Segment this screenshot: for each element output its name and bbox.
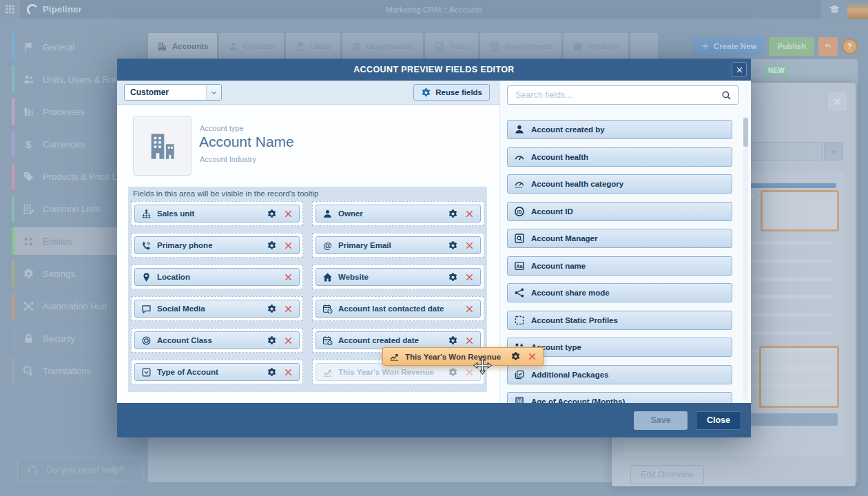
field-settings-gear-icon[interactable] xyxy=(448,335,458,346)
available-field-account-health[interactable]: Account health xyxy=(507,147,732,167)
tooltip-field-slot-type-of-account[interactable]: Type of Account xyxy=(131,360,303,384)
available-field-account-health-category[interactable]: Account health category xyxy=(507,174,732,194)
fields-scrollbar-thumb[interactable] xyxy=(743,118,748,147)
tooltip-field-slot-sales-unit[interactable]: Sales unit xyxy=(131,201,303,226)
tooltip-field-slot-owner[interactable]: Owner xyxy=(312,201,484,226)
remove-field-icon[interactable] xyxy=(465,304,474,313)
field-chip[interactable]: @ Primary Email xyxy=(316,236,481,254)
undo-button[interactable] xyxy=(818,37,838,56)
save-button[interactable]: Save xyxy=(634,411,688,430)
remove-field-icon[interactable] xyxy=(284,336,293,345)
sidebar-item-label: Processes xyxy=(43,107,85,117)
available-field-additional-packages[interactable]: Additional Packages xyxy=(507,365,732,384)
close-button[interactable]: Close xyxy=(696,411,741,430)
field-chip[interactable]: Location xyxy=(134,268,300,286)
sidebar-item-label: Settings xyxy=(43,269,75,279)
field-settings-gear-icon[interactable] xyxy=(267,304,277,314)
remove-field-icon[interactable] xyxy=(284,304,293,313)
field-settings-gear-icon[interactable] xyxy=(267,209,277,219)
tooltip-field-slot-account-last-contacted-date[interactable]: Account last contacted date xyxy=(312,296,484,321)
building-icon xyxy=(157,41,167,52)
tab-contacts[interactable]: Contacts xyxy=(219,33,283,59)
tab-opportunities[interactable]: Opportunities xyxy=(342,33,422,59)
search-fields-box[interactable] xyxy=(507,85,738,105)
highlight-region-top xyxy=(761,190,839,231)
field-settings-gear-icon[interactable] xyxy=(448,367,458,378)
available-field-account-created-by[interactable]: Account created by xyxy=(507,120,732,139)
tooltip-field-slot-primary-email[interactable]: @ Primary Email xyxy=(312,233,484,258)
field-settings-gear-icon[interactable] xyxy=(448,209,458,219)
field-settings-gear-icon[interactable] xyxy=(448,272,458,282)
learning-button[interactable] xyxy=(821,0,847,19)
create-new-button[interactable]: Create New xyxy=(693,37,765,56)
field-chip-label: This Year's Won Revenue xyxy=(338,368,434,376)
panel-dropdown-button[interactable] xyxy=(824,142,843,161)
remove-field-icon[interactable] xyxy=(284,241,293,250)
entity-type-select-button[interactable] xyxy=(206,85,221,100)
tooltip-field-slot-social-media[interactable]: Social Media xyxy=(131,296,303,321)
field-settings-gear-icon[interactable] xyxy=(267,240,277,251)
field-settings-gear-icon[interactable] xyxy=(267,367,277,378)
tab-label: Opportunities xyxy=(366,42,413,50)
field-chip[interactable]: Account Class xyxy=(134,331,300,349)
tab-label: Contacts xyxy=(243,42,274,50)
publish-button[interactable]: Publish xyxy=(769,37,814,56)
tab-appointments[interactable]: 22 Appointments xyxy=(480,33,561,59)
tooltip-field-slot-website[interactable]: Website xyxy=(312,265,484,289)
trend-icon xyxy=(322,367,333,378)
field-chip[interactable]: Primary phone xyxy=(134,236,300,254)
dialog-close-button[interactable] xyxy=(732,62,747,77)
tab-products[interactable]: Products xyxy=(564,33,628,59)
remove-field-icon[interactable] xyxy=(528,352,537,361)
field-chip-actions xyxy=(284,273,293,282)
remove-field-icon[interactable] xyxy=(465,241,474,250)
field-chip[interactable]: Sales unit xyxy=(134,205,300,223)
field-settings-gear-icon[interactable] xyxy=(510,351,521,362)
help-button[interactable]: Do you need help? xyxy=(17,457,143,482)
remove-field-icon[interactable] xyxy=(465,209,474,218)
available-field-account-share-mode[interactable]: Account share mode xyxy=(507,283,732,302)
dragged-field-chip[interactable]: This Year's Won Revenue xyxy=(382,347,544,366)
panel-close-button[interactable] xyxy=(828,92,847,111)
remove-field-icon[interactable] xyxy=(284,273,293,282)
sidebar-item-label: General xyxy=(43,42,74,52)
tab-accounts[interactable]: Accounts xyxy=(148,33,217,59)
svg-text:22: 22 xyxy=(493,45,497,50)
tab-leads[interactable]: Leads xyxy=(286,33,340,59)
available-field-account-name[interactable]: Aa Account name xyxy=(507,256,732,276)
entity-type-select[interactable]: Customer xyxy=(124,84,222,101)
user-avatar[interactable] xyxy=(847,0,868,19)
edit-overview-button[interactable]: Edit Overview xyxy=(630,465,704,484)
tooltip-field-slot-primary-phone[interactable]: Primary phone xyxy=(131,233,303,258)
shapes-icon xyxy=(23,236,34,247)
remove-field-icon[interactable] xyxy=(284,209,293,218)
tab-more[interactable]: ... xyxy=(630,33,658,59)
search-fields-input[interactable] xyxy=(514,90,721,101)
available-field-account-id[interactable]: ID Account ID xyxy=(507,202,732,221)
buildings-icon xyxy=(147,130,178,162)
quick-help-button[interactable]: ? xyxy=(842,39,858,54)
globe-icon: A xyxy=(23,365,34,377)
field-chip[interactable]: Type of Account xyxy=(134,363,300,381)
search-icon xyxy=(721,90,732,101)
field-settings-gear-icon[interactable] xyxy=(448,240,458,251)
field-settings-gear-icon[interactable] xyxy=(267,335,277,346)
field-chip[interactable]: Owner xyxy=(316,205,481,223)
account-industry-placeholder: Account Industry xyxy=(200,155,256,163)
field-chip[interactable]: Social Media xyxy=(134,300,300,318)
sidebar-item-general[interactable]: General xyxy=(12,33,143,61)
remove-field-icon[interactable] xyxy=(465,273,474,282)
tooltip-field-slot-location[interactable]: Location xyxy=(131,265,303,289)
field-chip[interactable]: Website xyxy=(316,268,481,286)
available-field-account-static-profiles[interactable]: Account Static Profiles xyxy=(507,311,732,330)
remove-field-icon[interactable] xyxy=(284,368,293,377)
available-field-account-manager[interactable]: Account Manager xyxy=(507,229,732,248)
fields-scrollbar[interactable] xyxy=(743,116,748,400)
field-chip[interactable]: Account last contacted date xyxy=(316,300,481,318)
available-field-age-of-account-months[interactable]: Age of Account (Months) xyxy=(507,392,732,403)
tooltip-field-slot-account-class[interactable]: Account Class xyxy=(131,328,303,353)
remove-field-icon[interactable] xyxy=(465,336,474,345)
undo-icon xyxy=(823,41,833,51)
reuse-fields-button[interactable]: Reuse fields xyxy=(413,84,490,101)
tab-tasks[interactable]: Tasks xyxy=(425,33,478,59)
